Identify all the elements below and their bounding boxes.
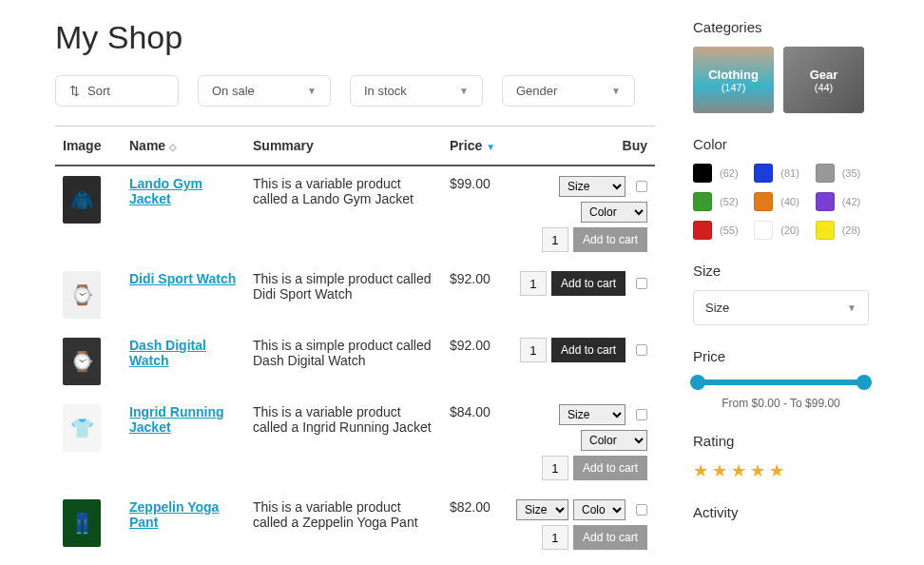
size-select[interactable]: Size: [516, 499, 568, 520]
table-row: ⌚ Didi Sport Watch This is a simple prod…: [55, 262, 655, 328]
slider-handle-min[interactable]: [690, 375, 705, 390]
product-image[interactable]: ⌚: [63, 338, 101, 385]
color-count: (40): [780, 196, 799, 207]
add-to-cart-button[interactable]: Add to cart: [551, 271, 626, 296]
quantity-input[interactable]: [520, 271, 547, 296]
color-filter-item[interactable]: (42): [816, 192, 869, 211]
sort-indicator-icon: ▼: [486, 142, 495, 152]
category-count: (147): [722, 82, 746, 93]
row-checkbox[interactable]: [636, 278, 647, 289]
product-image[interactable]: ⌚: [63, 271, 101, 319]
filter-dropdown[interactable]: Gender▼: [502, 75, 635, 107]
color-select[interactable]: Color: [581, 202, 647, 223]
size-select[interactable]: Size: [559, 404, 626, 425]
quantity-input[interactable]: [520, 338, 547, 362]
quantity-input[interactable]: [542, 456, 568, 480]
filter-dropdown[interactable]: On sale▼: [198, 75, 331, 107]
table-row: 🧥 Lando Gym Jacket This is a variable pr…: [55, 166, 655, 262]
product-summary: This is a variable product called a Zepp…: [253, 499, 418, 530]
size-select[interactable]: Size: [559, 176, 626, 197]
add-to-cart-button[interactable]: Add to cart: [573, 525, 647, 550]
col-summary: Summary: [245, 127, 442, 166]
add-to-cart-button[interactable]: Add to cart: [573, 227, 647, 252]
row-checkbox[interactable]: [636, 504, 647, 516]
add-to-cart-button[interactable]: Add to cart: [551, 338, 626, 362]
category-card[interactable]: Gear(44): [783, 47, 864, 113]
star-icon[interactable]: ★: [693, 460, 708, 481]
product-name-link[interactable]: Zeppelin Yoga Pant: [129, 499, 219, 530]
size-select[interactable]: Size ▼: [693, 290, 869, 325]
color-filter-item[interactable]: (40): [754, 192, 807, 211]
color-filter-item[interactable]: (52): [693, 192, 746, 211]
table-row: 👕 Ingrid Running Jacket This is a variab…: [55, 395, 655, 490]
color-count: (52): [720, 196, 739, 207]
quantity-input[interactable]: [542, 525, 568, 550]
color-count: (35): [842, 167, 861, 179]
price-range-text: From $0.00 - To $99.00: [693, 397, 869, 410]
filter-dropdown[interactable]: In stock▼: [350, 75, 483, 107]
color-select[interactable]: Color: [581, 430, 647, 451]
slider-handle-max[interactable]: [857, 375, 872, 390]
table-row: ⌚ Dash Digital Watch This is a simple pr…: [55, 328, 655, 395]
color-filter-item[interactable]: (55): [693, 221, 746, 240]
sort-indicator-icon: ◇: [169, 142, 177, 152]
product-image[interactable]: 👕: [63, 404, 101, 452]
product-summary: This is a simple product called Didi Spo…: [253, 271, 432, 302]
add-to-cart-button[interactable]: Add to cart: [573, 456, 647, 480]
size-select-label: Size: [705, 301, 729, 315]
product-image[interactable]: 👖: [63, 499, 101, 547]
color-swatch: [693, 192, 712, 211]
product-summary: This is a variable product called a Land…: [253, 176, 414, 206]
col-buy: Buy: [509, 127, 655, 166]
row-checkbox[interactable]: [636, 181, 647, 192]
color-swatch: [754, 164, 773, 183]
star-icon[interactable]: ★: [769, 460, 784, 481]
color-filter-item[interactable]: (20): [754, 221, 807, 240]
product-name-link[interactable]: Ingrid Running Jacket: [129, 404, 224, 435]
color-filter-item[interactable]: (62): [693, 164, 746, 183]
size-title: Size: [693, 263, 869, 279]
color-swatch: [816, 192, 835, 211]
product-price: $99.00: [450, 176, 491, 191]
star-icon[interactable]: ★: [712, 460, 727, 481]
color-filter-item[interactable]: (35): [816, 164, 869, 183]
sort-button[interactable]: ⇅ Sort: [55, 75, 179, 107]
quantity-input[interactable]: [542, 227, 568, 252]
product-summary: This is a simple product called Dash Dig…: [253, 338, 432, 368]
row-checkbox[interactable]: [636, 344, 647, 356]
col-name[interactable]: Name◇: [122, 127, 245, 166]
color-swatch: [693, 221, 712, 240]
product-price: $92.00: [450, 271, 491, 286]
color-swatch: [754, 192, 773, 211]
table-row: 👖 Zeppelin Yoga Pant This is a variable …: [55, 490, 655, 559]
category-card[interactable]: Clothing(147): [693, 47, 774, 113]
product-price: $82.00: [450, 499, 491, 515]
row-checkbox[interactable]: [636, 409, 647, 420]
price-slider[interactable]: [693, 380, 869, 385]
chevron-down-icon: ▼: [307, 86, 317, 96]
color-count: (81): [780, 167, 799, 179]
color-count: (42): [842, 196, 861, 207]
page-title: My Shop: [55, 19, 655, 56]
product-name-link[interactable]: Dash Digital Watch: [129, 338, 206, 368]
col-price[interactable]: Price▼: [442, 127, 509, 166]
chevron-down-icon: ▼: [611, 86, 621, 96]
color-swatch: [754, 221, 773, 240]
color-swatch: [816, 164, 835, 183]
product-image[interactable]: 🧥: [63, 176, 101, 224]
filter-label: On sale: [212, 84, 255, 98]
color-swatch: [693, 164, 712, 183]
product-price: $84.00: [450, 404, 491, 419]
product-name-link[interactable]: Lando Gym Jacket: [129, 176, 202, 206]
sort-label: Sort: [87, 84, 110, 98]
filter-bar: ⇅ Sort On sale▼In stock▼Gender▼: [55, 75, 655, 107]
product-name-link[interactable]: Didi Sport Watch: [129, 271, 236, 286]
color-filter-item[interactable]: (81): [754, 164, 807, 183]
star-icon[interactable]: ★: [731, 460, 746, 481]
color-filter-item[interactable]: (28): [816, 221, 869, 240]
chevron-down-icon: ▼: [459, 86, 469, 96]
color-count: (62): [720, 167, 739, 179]
rating-title: Rating: [693, 433, 869, 449]
star-icon[interactable]: ★: [750, 460, 765, 481]
color-select[interactable]: Color: [573, 499, 626, 520]
